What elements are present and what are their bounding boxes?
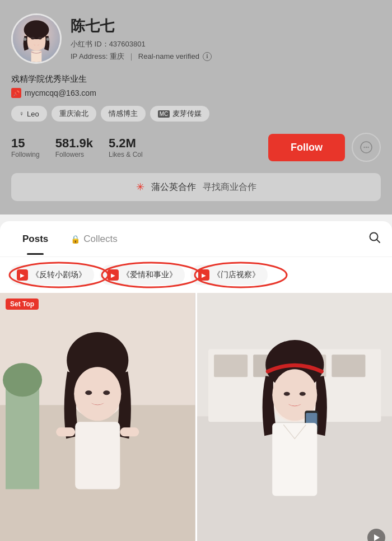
profile-info: 陈七七 小红书 ID：437603801 IP Address: 重庆 ｜ Re… <box>71 16 381 62</box>
svg-marker-46 <box>374 534 380 541</box>
profile-id: 小红书 ID：437603801 <box>71 39 381 49</box>
profile-header: 陈七七 小红书 ID：437603801 IP Address: 重庆 ｜ Re… <box>11 13 381 64</box>
svg-point-21 <box>3 363 42 397</box>
follow-actions: Follow <box>268 133 381 162</box>
svg-point-11 <box>367 147 368 148</box>
chip-aiqing[interactable]: ▶ 《爱情和事业》 <box>100 265 185 285</box>
message-button[interactable] <box>352 133 381 162</box>
bio-email: 📌 mycmcqq@163.com <box>11 88 381 98</box>
svg-point-26 <box>103 390 110 395</box>
svg-point-41 <box>283 392 290 396</box>
dandelion-main-text: 蒲公英合作 <box>151 181 196 193</box>
avatar[interactable] <box>11 13 62 64</box>
stats-group: 15 Following 581.9k Followers 5.2M Likes… <box>11 136 268 158</box>
dandelion-sub-text: 寻找商业合作 <box>203 181 256 193</box>
tag-category[interactable]: 情感博主 <box>101 106 146 122</box>
svg-point-6 <box>46 38 50 41</box>
tab-collects[interactable]: 🔒 Collects <box>59 223 128 255</box>
svg-rect-34 <box>214 355 248 377</box>
bio-text: 戏精学院优秀毕业生 <box>11 74 381 85</box>
stat-followers[interactable]: 581.9k Followers <box>55 136 93 158</box>
svg-point-5 <box>24 38 27 41</box>
svg-point-3 <box>31 37 35 40</box>
tab-posts[interactable]: Posts <box>11 223 59 255</box>
tag-location[interactable]: 重庆渝北 <box>52 106 96 122</box>
svg-rect-28 <box>56 427 75 436</box>
lock-icon: 🔒 <box>71 235 80 244</box>
svg-point-4 <box>38 37 42 40</box>
tag-agency[interactable]: MC 麦芽传媒 <box>150 106 210 122</box>
profile-name: 陈七七 <box>71 16 381 36</box>
chips-wrapper: ▶ 《反转小剧场》 ▶ 《爱情和事业》 ▶ 《门店视察》 <box>0 257 392 293</box>
followers-label: Followers <box>55 151 84 158</box>
post-thumbnail-2 <box>197 293 393 541</box>
profile-section: 陈七七 小红书 ID：437603801 IP Address: 重庆 ｜ Re… <box>0 0 392 214</box>
svg-point-25 <box>85 390 92 395</box>
chip-icon-3: ▶ <box>198 269 209 281</box>
posts-grid: Set Top <box>0 293 392 541</box>
dandelion-icon: ✳ <box>136 181 144 193</box>
tags-section: ♀ Leo 重庆渝北 情感博主 MC 麦芽传媒 <box>11 106 381 122</box>
email-icon: 📌 <box>11 88 21 98</box>
agency-icon: MC <box>158 110 170 118</box>
svg-point-24 <box>74 367 121 421</box>
info-icon[interactable]: ℹ <box>203 52 212 61</box>
stat-likes[interactable]: 5.2M Likes & Col <box>109 136 143 158</box>
chip-icon-2: ▶ <box>108 269 119 281</box>
svg-point-2 <box>24 20 49 39</box>
chips-scroll: ▶ 《反转小剧场》 ▶ 《爱情和事业》 ▶ 《门店视察》 <box>0 257 392 293</box>
post-card-2[interactable] <box>197 293 393 541</box>
likes-count: 5.2M <box>109 136 136 151</box>
svg-point-42 <box>299 392 305 396</box>
chip-fanzhuan[interactable]: ▶ 《反转小剧场》 <box>9 265 94 285</box>
follow-button[interactable]: Follow <box>268 134 345 161</box>
following-label: Following <box>11 151 40 158</box>
following-count: 15 <box>11 136 25 151</box>
chip-icon-1: ▶ <box>17 269 28 281</box>
posts-section: Posts 🔒 Collects ▶ 《反转小剧场》 ▶ 《爱情和事业》 ▶ <box>0 221 392 541</box>
zodiac-icon: ♀ <box>19 110 24 118</box>
tag-leo[interactable]: ♀ Leo <box>11 106 47 122</box>
likes-label: Likes & Col <box>109 151 143 158</box>
play-icon <box>372 534 380 541</box>
tabs-row: Posts 🔒 Collects <box>0 221 392 257</box>
svg-line-13 <box>377 240 380 243</box>
search-icon[interactable] <box>368 221 381 256</box>
bio-section: 戏精学院优秀毕业生 📌 mycmcqq@163.com <box>11 74 381 98</box>
message-icon <box>360 141 372 153</box>
svg-point-10 <box>366 147 367 148</box>
followers-count: 581.9k <box>55 136 93 151</box>
dandelion-banner[interactable]: ✳ 蒲公英合作 寻找商业合作 <box>11 173 381 201</box>
profile-meta: IP Address: 重庆 ｜ Real-name verified ℹ <box>71 52 381 62</box>
chip-mendian[interactable]: ▶ 《门店视察》 <box>190 265 268 285</box>
set-top-badge: Set Top <box>6 299 39 310</box>
post-thumbnail-1 <box>0 293 195 541</box>
stat-following[interactable]: 15 Following <box>11 136 40 158</box>
svg-rect-45 <box>272 423 317 496</box>
svg-point-9 <box>363 147 365 148</box>
svg-rect-29 <box>120 427 139 436</box>
svg-rect-37 <box>332 355 365 377</box>
post-card-1[interactable]: Set Top <box>0 293 195 541</box>
svg-rect-27 <box>75 422 120 489</box>
stats-follow-section: 15 Following 581.9k Followers 5.2M Likes… <box>11 133 381 162</box>
